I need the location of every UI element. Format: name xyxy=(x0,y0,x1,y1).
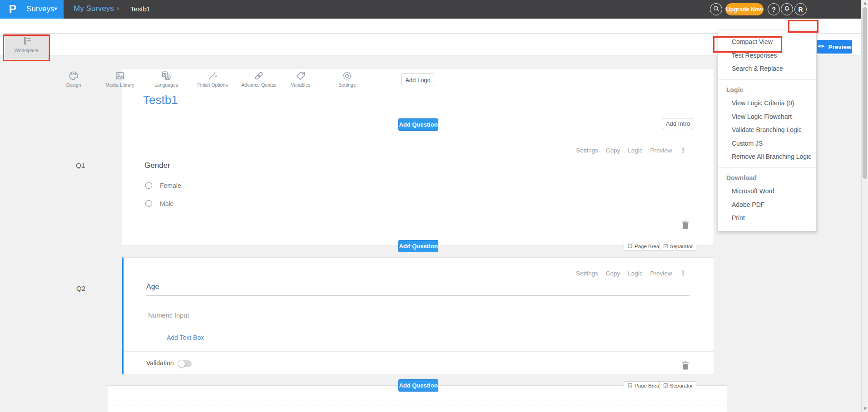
menu-item-custom-js[interactable]: Custom JS xyxy=(718,137,816,151)
numeric-input-placeholder[interactable]: Numeric Input xyxy=(148,312,189,319)
menu-item-compact-view[interactable]: Compact View xyxy=(718,35,816,49)
upgrade-now-button[interactable]: Upgrade Now xyxy=(725,3,764,15)
radio-option-label[interactable]: Male xyxy=(160,200,174,207)
scroll-up-arrow-icon[interactable]: ▲ xyxy=(862,0,868,6)
add-text-box-link[interactable]: Add Text Box xyxy=(167,334,204,341)
numeric-input-underline xyxy=(146,321,310,321)
checkbox-checked-icon: ☑ xyxy=(663,383,668,389)
page-break-icon xyxy=(627,243,633,250)
survey-builder-screen: P Surveys ▼ My Surveys › Testb1 Upgrade … xyxy=(0,0,868,412)
search-icon xyxy=(713,5,720,14)
add-question-button-top[interactable]: Add Question xyxy=(398,118,438,131)
eye-icon xyxy=(817,44,825,50)
menu-item-validate-branching-logic[interactable]: Validate Branching Logic xyxy=(718,123,816,137)
scrollbar-thumb[interactable] xyxy=(863,7,867,179)
page-break-icon xyxy=(627,383,633,389)
radio-option-female[interactable] xyxy=(145,182,152,189)
separator-button[interactable]: ☑ Separator xyxy=(660,381,696,390)
breadcrumb-separator: › xyxy=(117,4,119,12)
add-intro-button[interactable]: Add Intro xyxy=(663,118,693,129)
languages-icon xyxy=(160,70,172,82)
toolbar-item-settings[interactable]: Settings xyxy=(325,68,369,89)
question-actions-q2: Settings Copy Logic Preview ⋮ xyxy=(576,269,687,277)
toolbar-item-label: Languages xyxy=(144,82,188,88)
proprofs-logo-icon: P xyxy=(9,3,17,15)
breadcrumb-current-survey: Testb1 xyxy=(130,5,150,13)
toolbar-item-label: Advance Quotas xyxy=(237,82,281,88)
media-library-icon xyxy=(114,70,126,82)
question-number-q1: Q1 xyxy=(76,162,85,169)
tools-dropdown-menu: Compact View Test Responses Search & Rep… xyxy=(718,30,817,231)
menu-item-remove-all-branching-logic[interactable]: Remove All Branching Logic xyxy=(718,150,816,164)
question-settings-link[interactable]: Settings xyxy=(576,147,598,154)
toolbar-item-label: Workspace xyxy=(5,48,48,53)
question-logic-link[interactable]: Logic xyxy=(628,147,642,154)
toolbar-item-finish-options[interactable]: Finish Options xyxy=(191,68,234,89)
scroll-down-arrow-icon[interactable]: ▼ xyxy=(862,406,868,412)
help-button[interactable]: ? xyxy=(768,3,780,15)
separator-label: Separator xyxy=(670,244,693,249)
question-logic-link[interactable]: Logic xyxy=(628,270,642,277)
question-settings-link[interactable]: Settings xyxy=(576,270,598,277)
menu-header-download: Download xyxy=(718,172,816,185)
checkbox-checked-icon: ☑ xyxy=(663,243,668,250)
page-break-label: Page Break xyxy=(635,244,662,249)
add-logo-button[interactable]: Add Logo xyxy=(402,74,434,86)
question-preview-link[interactable]: Preview xyxy=(650,147,672,154)
design-palette-icon xyxy=(68,70,79,82)
avatar-initial: R xyxy=(798,6,803,13)
breadcrumb-my-surveys[interactable]: My Surveys xyxy=(74,4,114,13)
question-number-q2: Q2 xyxy=(76,284,85,292)
survey-title[interactable]: Testb1 xyxy=(143,93,178,107)
menu-item-search-replace[interactable]: Search & Replace xyxy=(718,62,816,76)
more-options-icon[interactable]: ⋮ xyxy=(680,146,687,154)
question-copy-link[interactable]: Copy xyxy=(606,147,620,154)
chevron-down-icon: ▼ xyxy=(53,6,58,11)
add-question-button-bottom[interactable]: Add Question xyxy=(398,379,438,392)
more-options-icon[interactable]: ⋮ xyxy=(680,269,687,277)
delete-question-button-q1[interactable] xyxy=(681,221,689,229)
menu-item-view-logic-criteria[interactable]: View Logic Criteria (0) xyxy=(718,97,816,110)
toggle-knob xyxy=(178,360,185,368)
validation-toggle[interactable] xyxy=(178,360,192,367)
toolbar-item-workspace[interactable]: Workspace xyxy=(5,34,48,59)
variables-tag-icon xyxy=(295,70,307,82)
delete-question-button-q2[interactable] xyxy=(681,361,689,370)
question-title-q2[interactable]: Age xyxy=(146,283,159,291)
card-divider xyxy=(122,115,714,115)
toolbar-item-variables[interactable]: Variables xyxy=(279,68,322,89)
vertical-scrollbar[interactable]: ▲ ▼ xyxy=(861,0,868,412)
toolbar-item-label: Media Library xyxy=(98,82,142,88)
question-preview-link[interactable]: Preview xyxy=(650,270,672,277)
preview-button[interactable]: Preview xyxy=(817,40,852,54)
toolbar-item-label: Finish Options xyxy=(191,82,234,88)
menu-item-microsoft-word[interactable]: Microsoft Word xyxy=(718,185,816,198)
separator-button[interactable]: ☑ Separator xyxy=(660,242,696,251)
menu-item-adobe-pdf[interactable]: Adobe PDF xyxy=(718,198,816,212)
notifications-button[interactable] xyxy=(781,3,793,15)
question-mark-icon: ? xyxy=(772,6,776,13)
search-button[interactable] xyxy=(710,3,722,15)
preview-button-label: Preview xyxy=(828,44,851,50)
page-break-label: Page Break xyxy=(635,383,662,388)
surveys-app-switcher[interactable]: P Surveys ▼ xyxy=(0,0,64,19)
question-title-q1[interactable]: Gender xyxy=(144,161,170,170)
settings-gear-icon xyxy=(341,70,353,82)
toolbar-item-media-library[interactable]: Media Library xyxy=(98,68,142,89)
question-copy-link[interactable]: Copy xyxy=(606,270,620,277)
radio-option-label[interactable]: Female xyxy=(160,182,181,189)
menu-divider xyxy=(718,79,816,80)
menu-item-test-responses[interactable]: Test Responses xyxy=(718,49,816,63)
validation-label: Validation xyxy=(146,359,174,367)
radio-option-male[interactable] xyxy=(145,200,152,207)
app-name: Surveys xyxy=(26,5,54,14)
user-avatar[interactable]: R xyxy=(794,3,807,15)
menu-item-print[interactable]: Print xyxy=(718,211,816,225)
toolbar-item-design[interactable]: Design xyxy=(52,68,95,89)
menu-item-view-logic-flowchart[interactable]: View Logic Flowchart xyxy=(718,110,816,124)
toolbar-item-advance-quotas[interactable]: Advance Quotas xyxy=(237,68,281,89)
separator-label: Separator xyxy=(670,383,693,388)
toolbar-item-label: Design xyxy=(52,82,95,88)
toolbar-item-languages[interactable]: Languages xyxy=(144,68,188,89)
add-question-button-middle[interactable]: Add Question xyxy=(398,240,438,252)
